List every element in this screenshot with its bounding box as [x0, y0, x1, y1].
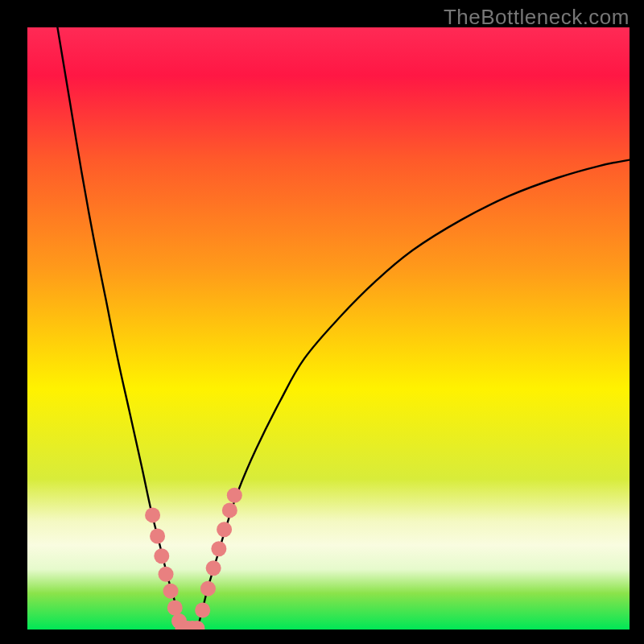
plot-area	[27, 27, 630, 630]
data-dot	[163, 584, 179, 599]
watermark-text: TheBottleneck.com	[444, 5, 630, 30]
chart-frame: TheBottleneck.com	[0, 0, 644, 644]
data-dot	[195, 603, 210, 618]
data-dot	[206, 560, 221, 576]
data-dot	[167, 601, 183, 616]
data-dot	[227, 488, 242, 503]
data-dot	[145, 507, 160, 522]
data-dot	[159, 567, 174, 582]
data-dot	[154, 548, 169, 564]
data-dot	[200, 581, 216, 597]
curve-right-branch	[197, 160, 630, 630]
data-dot	[217, 522, 232, 537]
data-dot	[150, 529, 165, 544]
data-dot	[222, 502, 237, 518]
data-dot	[211, 541, 226, 556]
chart-svg	[27, 27, 630, 630]
